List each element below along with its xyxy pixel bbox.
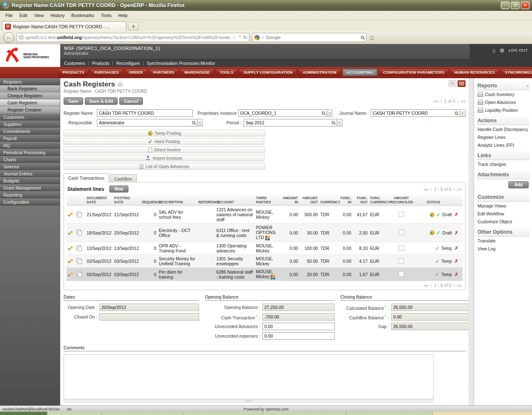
home-shortcut-icon[interactable]: ⌂ bbox=[492, 47, 495, 54]
save-button[interactable]: Save bbox=[64, 97, 83, 105]
nav-warehouse[interactable]: WAREHOUSE bbox=[180, 69, 214, 76]
pager-prev-icon[interactable]: ‹ bbox=[431, 283, 432, 288]
rightbar-item-handle-cash-discrepancy[interactable]: Handle Cash Discrepancy bbox=[477, 125, 530, 133]
rightbar-item-liquidity-position[interactable]: Liquidity Position bbox=[477, 106, 530, 114]
journal-name-dropdown-icon[interactable]: ▼ bbox=[460, 109, 466, 117]
edit-pencil-icon[interactable] bbox=[68, 230, 74, 235]
pager-first-icon[interactable]: «« bbox=[424, 283, 429, 288]
preferences-gear-icon[interactable]: ⚙ bbox=[500, 47, 505, 54]
pager-next-icon[interactable]: › bbox=[453, 187, 455, 192]
tab-cash-transactions[interactable]: Cash Transactions bbox=[64, 173, 109, 183]
third-party-icon[interactable] bbox=[265, 235, 270, 240]
direct-invoice-button[interactable]: Direct Invoice bbox=[64, 146, 265, 153]
search-engine-dropdown-icon[interactable]: ▼ bbox=[261, 36, 264, 39]
duplicate-icon[interactable] bbox=[76, 245, 82, 251]
rightbar-item-register-lines[interactable]: Register Lines bbox=[477, 133, 530, 141]
edit-cell[interactable] bbox=[66, 242, 75, 255]
minimize-button[interactable]: – bbox=[501, 2, 510, 9]
pager-next-icon[interactable]: › bbox=[457, 99, 459, 104]
taskbar-segment[interactable] bbox=[263, 412, 346, 415]
delete-icon[interactable]: ✗ bbox=[454, 230, 458, 236]
pager-next-icon[interactable]: › bbox=[453, 283, 455, 288]
taskbar-segment[interactable] bbox=[183, 412, 263, 415]
sidebar-item-hq[interactable]: HQ bbox=[0, 142, 60, 149]
sidebar-item-budgets[interactable]: Budgets bbox=[0, 177, 60, 184]
nav-accounting[interactable]: ACCOUNTING bbox=[342, 69, 377, 76]
cell-rec[interactable] bbox=[389, 224, 414, 242]
cell-rec[interactable] bbox=[389, 255, 414, 268]
browser-tab[interactable]: O Register Name:CASH TDR PETTY COORD - .… bbox=[2, 21, 126, 31]
edit-pencil-icon[interactable] bbox=[68, 258, 74, 263]
duplicate-cell[interactable] bbox=[75, 268, 86, 281]
duplicate-cell[interactable] bbox=[75, 242, 86, 255]
main-scrollbar[interactable] bbox=[469, 78, 474, 405]
home-icon[interactable]: ⌂ bbox=[370, 33, 374, 42]
lookup-icon[interactable] bbox=[322, 111, 325, 115]
lookup-icon[interactable] bbox=[332, 121, 335, 124]
sidebar-item-cheque-registers[interactable]: Cheque Registers bbox=[0, 92, 60, 99]
taskbar-segment[interactable] bbox=[47, 412, 102, 415]
nav-purchases[interactable]: PURCHASES bbox=[90, 69, 123, 76]
rightbar-item-translate[interactable]: Translate bbox=[477, 237, 530, 245]
rightbar-item-track-changes[interactable]: Track changes bbox=[477, 160, 530, 168]
menu-history[interactable]: History bbox=[47, 12, 67, 19]
nav-human-resources[interactable]: HUMAN RESOURCES bbox=[450, 69, 499, 76]
tab-cashbox[interactable]: CashBox bbox=[110, 174, 137, 183]
logout-button[interactable]: LOG OUT bbox=[509, 48, 528, 52]
menu-tools[interactable]: Tools bbox=[98, 12, 115, 19]
sidebar-item-registers[interactable]: Registers bbox=[0, 78, 60, 85]
title-help-icon[interactable]: ? bbox=[118, 82, 123, 87]
collapse-icon[interactable]: » bbox=[526, 84, 529, 88]
edit-pencil-icon[interactable] bbox=[68, 212, 74, 217]
rightbar-item-manage-views[interactable]: Manage Views bbox=[477, 202, 530, 210]
temp-posting-button[interactable]: Temp Posting bbox=[64, 130, 265, 136]
link-sync-monitor[interactable]: Synchronisation Processes Monitor bbox=[147, 61, 215, 66]
unrecorded-advances-field[interactable] bbox=[262, 323, 335, 330]
proprietary-instance-field[interactable]: OCA_COORDO_1 bbox=[238, 109, 328, 117]
duplicate-icon[interactable] bbox=[76, 212, 82, 217]
reconcile-checkbox[interactable] bbox=[399, 271, 404, 277]
lookup-icon[interactable] bbox=[192, 121, 195, 124]
duplicate-icon[interactable] bbox=[76, 230, 82, 235]
nav-supply-configuration[interactable]: SUPPLY CONFIGURATION bbox=[239, 69, 297, 76]
link-products[interactable]: Products bbox=[92, 61, 109, 66]
nav-tools[interactable]: TOOLS bbox=[216, 69, 237, 76]
sidebar-item-selector[interactable]: Selector bbox=[0, 163, 60, 170]
taskbar-segment[interactable] bbox=[102, 412, 183, 415]
responsible-field[interactable]: Administrator bbox=[97, 119, 197, 126]
rightbar-item-customize-object[interactable]: Customize Object bbox=[477, 217, 530, 225]
delete-icon[interactable]: ✗ bbox=[454, 212, 458, 217]
responsible-dropdown-icon[interactable]: ▼ bbox=[197, 119, 203, 126]
hard-posting-button[interactable]: ✓Hard Posting bbox=[64, 138, 264, 145]
sidebar-item-configuration[interactable]: Configuration bbox=[0, 198, 60, 205]
duplicate-cell[interactable] bbox=[75, 224, 86, 242]
nav-configuration-parameters[interactable]: CONFIGURATION PARAMETERS bbox=[379, 69, 448, 76]
nav-administration[interactable]: ADMINISTRATION bbox=[298, 69, 341, 76]
rightbar-item-view-log[interactable]: View Log bbox=[477, 245, 530, 252]
taskbar-segment[interactable] bbox=[433, 412, 532, 415]
sidebar-item-suppliers[interactable]: Suppliers bbox=[0, 121, 60, 128]
new-line-button[interactable]: New bbox=[109, 185, 129, 193]
new-tab-button[interactable]: + bbox=[128, 22, 139, 30]
menu-bookmarks[interactable]: Bookmarks bbox=[69, 12, 97, 19]
sidebar-item-payroll[interactable]: Payroll bbox=[0, 135, 60, 142]
delete-icon[interactable]: ✗ bbox=[454, 245, 458, 251]
pager-first-icon[interactable]: «« bbox=[424, 187, 429, 192]
save-edit-button[interactable]: Save & Edit bbox=[85, 97, 118, 105]
sidebar-item-bank-registers[interactable]: Bank Registers bbox=[0, 85, 60, 92]
pager-prev-icon[interactable]: ‹ bbox=[431, 187, 432, 192]
help-icon[interactable]: ? bbox=[384, 314, 386, 318]
period-dropdown-icon[interactable]: ▼ bbox=[337, 119, 342, 126]
delete-icon[interactable]: ✗ bbox=[454, 258, 458, 264]
pager-last-icon[interactable]: »» bbox=[461, 99, 466, 104]
sidebar-item-grant-management[interactable]: Grant Management bbox=[0, 184, 60, 191]
cell-rec[interactable] bbox=[389, 206, 414, 224]
delete-cell[interactable]: ✗ bbox=[453, 255, 463, 268]
nav-products[interactable]: PRODUCTS bbox=[58, 69, 89, 76]
cancel-button[interactable]: Cancel bbox=[119, 97, 143, 105]
sidebar-item-commitments[interactable]: Commitments bbox=[0, 128, 60, 135]
period-field[interactable]: Sep 2012 bbox=[244, 119, 337, 126]
duplicate-icon[interactable] bbox=[76, 258, 82, 264]
nav-order[interactable]: ORDER bbox=[125, 69, 147, 76]
reconcile-checkbox[interactable] bbox=[399, 245, 404, 251]
